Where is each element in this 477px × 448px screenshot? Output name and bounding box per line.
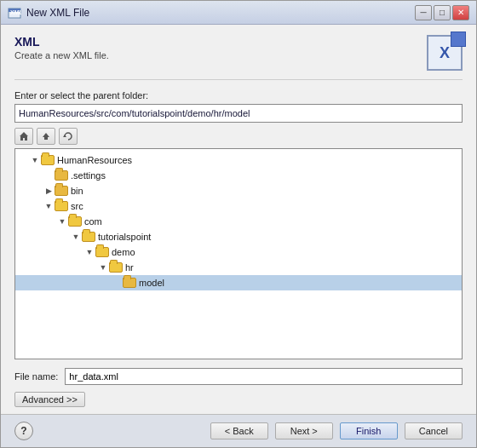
next-button[interactable]: Next > — [275, 422, 333, 439]
tree-row-settings[interactable]: .settings — [15, 168, 462, 183]
folder-icon-settings — [55, 170, 68, 181]
toggle-model — [111, 277, 123, 289]
header-section: XML Create a new XML file. — [14, 35, 463, 80]
toggle-settings — [43, 169, 55, 181]
tree-label-bin: bin — [71, 186, 83, 196]
folder-icon-bin — [55, 186, 68, 196]
toggle-tutorialspoint[interactable]: ▼ — [70, 231, 82, 243]
tree-label-tutorialspoint: tutorialspoint — [98, 232, 151, 242]
toggle-hr[interactable]: ▼ — [97, 261, 109, 273]
svg-marker-5 — [63, 135, 66, 137]
window-icon: XML — [8, 6, 21, 20]
parent-folder-label: Enter or select the parent folder: — [14, 90, 463, 101]
dialog-window: XML New XML File ─ □ ✕ XML Create a new … — [0, 0, 477, 448]
xml-file-icon — [427, 35, 463, 71]
tree-row-bin[interactable]: ▶ bin — [15, 183, 462, 198]
svg-text:XML: XML — [10, 9, 21, 15]
tree-label-src: src — [71, 201, 83, 211]
window-controls: ─ □ ✕ — [415, 5, 469, 20]
back-button[interactable]: < Back — [210, 422, 268, 439]
close-button[interactable]: ✕ — [452, 5, 469, 20]
advanced-button[interactable]: Advanced >> — [14, 392, 85, 407]
folder-icon-hr — [109, 262, 123, 273]
help-button[interactable]: ? — [14, 422, 33, 440]
tree-label-demo: demo — [112, 247, 135, 257]
header-text: XML Create a new XML file. — [14, 35, 109, 60]
toggle-com[interactable]: ▼ — [56, 215, 68, 227]
tree-row-com[interactable]: ▼ com — [15, 214, 462, 229]
wizard-subtitle: Create a new XML file. — [14, 50, 109, 60]
toggle-src[interactable]: ▼ — [43, 200, 55, 212]
window-title: New XML File — [26, 7, 410, 19]
tree-label-settings: .settings — [71, 170, 106, 181]
parent-folder-input[interactable] — [14, 104, 463, 123]
folder-icon-tutorialspoint — [82, 232, 95, 242]
toggle-demo[interactable]: ▼ — [83, 246, 95, 258]
tree-toolbar — [14, 128, 463, 145]
tree-row-humanresources[interactable]: ▼ HumanResources — [15, 152, 462, 168]
toggle-bin[interactable]: ▶ — [43, 185, 55, 197]
maximize-button[interactable]: □ — [434, 5, 451, 20]
dialog-body: XML Create a new XML file. Enter or sele… — [1, 25, 476, 414]
tree-row-demo[interactable]: ▼ demo — [15, 244, 462, 260]
tree-label-model: model — [139, 278, 164, 288]
minimize-button[interactable]: ─ — [415, 5, 432, 20]
filename-row: File name: — [14, 368, 463, 385]
folder-icon-demo — [95, 247, 109, 257]
folder-icon-humanresources — [41, 155, 55, 165]
folder-icon-com — [68, 216, 82, 227]
title-bar: XML New XML File ─ □ ✕ — [1, 1, 476, 25]
folder-icon-src — [55, 201, 68, 211]
refresh-button[interactable] — [59, 128, 78, 145]
tree-row-hr[interactable]: ▼ hr — [15, 260, 462, 275]
tree-label-humanresources: HumanResources — [57, 155, 132, 165]
cancel-button[interactable]: Cancel — [405, 422, 463, 439]
folder-tree[interactable]: ▼ HumanResources .settings ▶ bin — [14, 148, 463, 359]
home-button[interactable] — [14, 128, 33, 145]
tree-label-com: com — [84, 216, 102, 227]
tree-label-hr: hr — [125, 262, 134, 273]
svg-marker-4 — [43, 133, 49, 140]
diskette-icon — [451, 32, 466, 47]
folder-icon-model — [123, 278, 136, 288]
svg-marker-3 — [20, 132, 28, 141]
tree-row-tutorialspoint[interactable]: ▼ tutorialspoint — [15, 229, 462, 244]
toggle-humanresources[interactable]: ▼ — [29, 154, 41, 166]
filename-label: File name: — [14, 371, 58, 382]
tree-row-model[interactable]: model — [15, 275, 462, 290]
filename-input[interactable] — [65, 368, 463, 385]
finish-button[interactable]: Finish — [340, 422, 398, 439]
advanced-section: Advanced >> — [14, 392, 463, 407]
form-section: Enter or select the parent folder: — [14, 90, 463, 407]
bottom-bar: ? < Back Next > Finish Cancel — [1, 414, 476, 447]
tree-row-src[interactable]: ▼ src — [15, 198, 462, 214]
up-button[interactable] — [37, 128, 55, 145]
wizard-title: XML — [14, 35, 109, 49]
